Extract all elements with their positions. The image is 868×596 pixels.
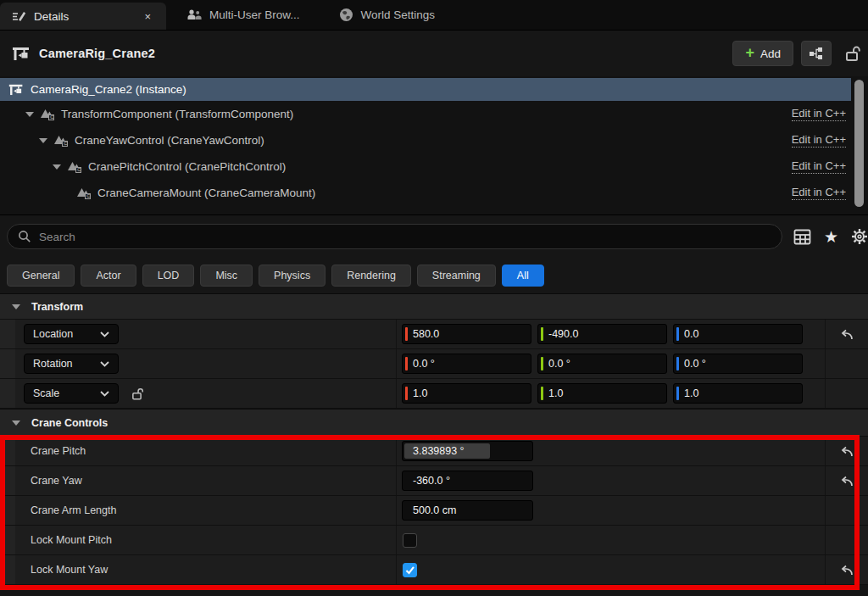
y-axis-bar — [541, 387, 543, 400]
filter-misc[interactable]: Misc — [200, 265, 253, 287]
location-dropdown[interactable]: Location — [24, 324, 119, 344]
filter-lod[interactable]: LOD — [142, 265, 195, 287]
collapse-arrow-icon[interactable] — [12, 421, 20, 426]
tree-scrollbar[interactable] — [854, 80, 864, 207]
property-label: Crane Pitch — [31, 445, 86, 457]
tab-world-settings[interactable]: World Settings — [327, 0, 448, 30]
dropdown-label: Rotation — [33, 358, 73, 370]
x-axis-bar — [405, 357, 408, 370]
tree-row-label: CranePitchControl (CranePitchControl) — [88, 160, 286, 173]
z-axis-bar — [676, 357, 679, 370]
tree-row-crane-yaw-control[interactable]: C CraneYawControl (CraneYawControl) Edit… — [0, 127, 868, 153]
location-x-field[interactable]: 580.0 — [402, 324, 531, 344]
property-row-scale: Scale 1.0 1.0 1.0 — [0, 379, 868, 409]
location-y-field[interactable]: -490.0 — [537, 324, 667, 344]
edit-in-cpp-link[interactable]: Edit in C++ — [792, 133, 846, 148]
rotation-dropdown[interactable]: Rotation — [24, 354, 119, 374]
tree-row-label: CameraRig_Crane2 (Instance) — [31, 83, 186, 96]
blueprint-hierarchy-button[interactable] — [801, 41, 832, 66]
unlock-icon[interactable] — [843, 44, 861, 63]
section-title: Transform — [31, 301, 83, 313]
svg-text:C: C — [50, 114, 53, 120]
reset-to-default-icon[interactable] — [839, 328, 854, 341]
edit-in-cpp-link[interactable]: Edit in C++ — [792, 186, 846, 200]
property-row-location: Location 580.0 -490.0 0.0 — [0, 320, 868, 349]
details-pencil-icon — [12, 9, 26, 23]
dropdown-label: Scale — [33, 387, 59, 399]
tree-row-transform-component[interactable]: C TransformComponent (TransformComponent… — [0, 101, 868, 127]
property-row-lock-mount-pitch: Lock Mount Pitch — [0, 526, 868, 555]
search-icon — [18, 230, 31, 243]
filter-actor[interactable]: Actor — [81, 265, 136, 287]
tab-multi-user-browser[interactable]: Multi-User Brow... — [175, 0, 312, 30]
scale-x-field[interactable]: 1.0 — [402, 383, 531, 404]
x-axis-bar — [405, 327, 408, 341]
rotation-z-field[interactable]: 0.0 ° — [673, 354, 803, 374]
edit-in-cpp-link[interactable]: Edit in C++ — [792, 159, 846, 174]
scale-y-field[interactable]: 1.0 — [537, 383, 667, 404]
filter-physics[interactable]: Physics — [259, 265, 326, 287]
crane-yaw-field[interactable]: -360.0 ° — [402, 471, 533, 491]
property-row-crane-arm-length: Crane Arm Length 500.0 cm — [0, 496, 868, 526]
lock-mount-yaw-checkbox[interactable] — [403, 563, 417, 577]
tree-row-label: CraneYawControl (CraneYawControl) — [75, 134, 264, 147]
scene-component-icon: C — [67, 160, 81, 173]
camera-crane-icon — [12, 45, 31, 62]
svg-text:C: C — [77, 167, 81, 172]
settings-gear-icon[interactable] — [851, 228, 868, 245]
tab-label: Multi-User Brow... — [209, 8, 300, 21]
filter-general[interactable]: General — [7, 265, 75, 287]
reset-to-default-icon[interactable] — [839, 475, 854, 487]
y-axis-bar — [541, 327, 543, 341]
tree-row-label: CraneCameraMount (CraneCameraMount) — [97, 187, 315, 199]
crane-controls-section-header[interactable]: Crane Controls — [0, 409, 868, 437]
search-box[interactable] — [7, 224, 782, 249]
tab-details[interactable]: Details × — [0, 3, 166, 30]
search-input[interactable] — [39, 231, 771, 243]
camera-crane-icon — [8, 82, 24, 97]
multi-user-icon — [186, 8, 202, 22]
filter-rendering[interactable]: Rendering — [331, 265, 411, 287]
scale-z-field[interactable]: 1.0 — [673, 383, 803, 404]
section-title: Crane Controls — [31, 417, 108, 429]
property-row-crane-pitch: Crane Pitch 3.839893 ° — [0, 437, 868, 466]
tree-row-crane-camera-mount[interactable]: C CraneCameraMount (CraneCameraMount) Ed… — [0, 180, 868, 206]
property-label: Lock Mount Yaw — [31, 564, 108, 576]
add-label: Add — [760, 47, 781, 60]
dropdown-label: Location — [33, 328, 73, 340]
crane-pitch-field[interactable]: 3.839893 ° — [402, 441, 533, 461]
property-label: Lock Mount Pitch — [31, 534, 112, 546]
crane-arm-length-field[interactable]: 500.0 cm — [402, 500, 533, 521]
reset-to-default-icon[interactable] — [839, 445, 854, 458]
transform-section-header[interactable]: Transform — [0, 293, 868, 320]
rotation-x-field[interactable]: 0.0 ° — [402, 354, 531, 374]
scale-dropdown[interactable]: Scale — [24, 383, 119, 404]
filter-all[interactable]: All — [502, 265, 544, 287]
rotation-y-field[interactable]: 0.0 ° — [537, 354, 667, 374]
display-grid-icon[interactable] — [793, 229, 811, 245]
favorites-star-icon[interactable]: ★ — [824, 229, 838, 245]
edit-in-cpp-link[interactable]: Edit in C++ — [792, 107, 846, 121]
expand-arrow-icon[interactable] — [25, 112, 34, 117]
z-axis-bar — [676, 387, 679, 400]
lock-mount-pitch-checkbox[interactable] — [403, 533, 417, 548]
scale-unlock-icon[interactable] — [130, 387, 144, 401]
close-icon[interactable]: × — [141, 10, 154, 23]
reset-to-default-icon[interactable] — [839, 564, 854, 577]
component-tree: CameraRig_Crane2 (Instance) C TransformC… — [0, 76, 868, 215]
expand-arrow-icon[interactable] — [53, 164, 61, 170]
svg-text:C: C — [64, 141, 67, 146]
filter-chip-row: General Actor LOD Misc Physics Rendering… — [0, 258, 868, 293]
add-component-button[interactable]: + Add — [732, 41, 793, 66]
location-z-field[interactable]: 0.0 — [673, 324, 803, 344]
collapse-arrow-icon[interactable] — [12, 304, 20, 309]
property-label: Crane Arm Length — [31, 504, 116, 516]
node-graph-icon — [809, 47, 824, 60]
scene-component-icon: C — [40, 108, 54, 120]
filter-streaming[interactable]: Streaming — [417, 265, 496, 287]
tree-row-root[interactable]: CameraRig_Crane2 (Instance) — [0, 78, 851, 101]
property-row-crane-yaw: Crane Yaw -360.0 ° — [0, 466, 868, 496]
tree-row-label: TransformComponent (TransformComponent) — [61, 108, 293, 120]
tree-row-crane-pitch-control[interactable]: C CranePitchControl (CranePitchControl) … — [0, 153, 868, 180]
expand-arrow-icon[interactable] — [39, 138, 47, 143]
